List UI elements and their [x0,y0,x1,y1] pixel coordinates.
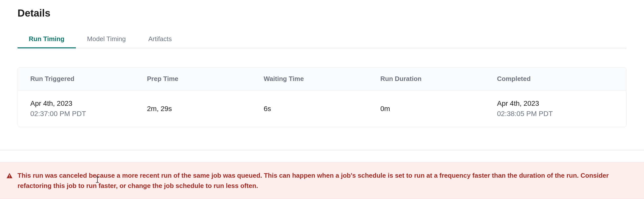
triggered-time: 02:37:00 PM PDT [30,109,147,119]
svg-rect-1 [9,177,10,177]
header-run-triggered: Run Triggered [30,75,147,83]
alert-message: This run was canceled because a more rec… [18,170,638,191]
timing-body-row: Apr 4th, 2023 02:37:00 PM PDT 2m, 29s 6s… [18,90,626,127]
svg-rect-0 [9,175,10,177]
section-divider [0,150,644,150]
header-completed: Completed [497,75,614,83]
timing-card: Run Triggered Prep Time Waiting Time Run… [18,67,626,127]
timing-header-row: Run Triggered Prep Time Waiting Time Run… [18,67,626,90]
prep-value: 2m, 29s [147,98,264,119]
completed-date: Apr 4th, 2023 [497,98,614,109]
header-prep-time: Prep Time [147,75,264,83]
triggered-date: Apr 4th, 2023 [30,98,147,109]
waiting-value: 6s [264,98,380,119]
warning-icon [6,172,13,179]
duration-value: 0m [380,98,497,119]
tab-run-timing[interactable]: Run Timing [18,30,76,48]
tab-artifacts[interactable]: Artifacts [137,30,183,48]
completed-time: 02:38:05 PM PDT [497,109,614,119]
tabs: Run Timing Model Timing Artifacts [18,30,626,48]
header-run-duration: Run Duration [380,75,497,83]
page-title: Details [18,8,626,19]
tab-model-timing[interactable]: Model Timing [76,30,137,48]
header-waiting-time: Waiting Time [264,75,380,83]
alert-banner: This run was canceled because a more rec… [0,162,644,199]
